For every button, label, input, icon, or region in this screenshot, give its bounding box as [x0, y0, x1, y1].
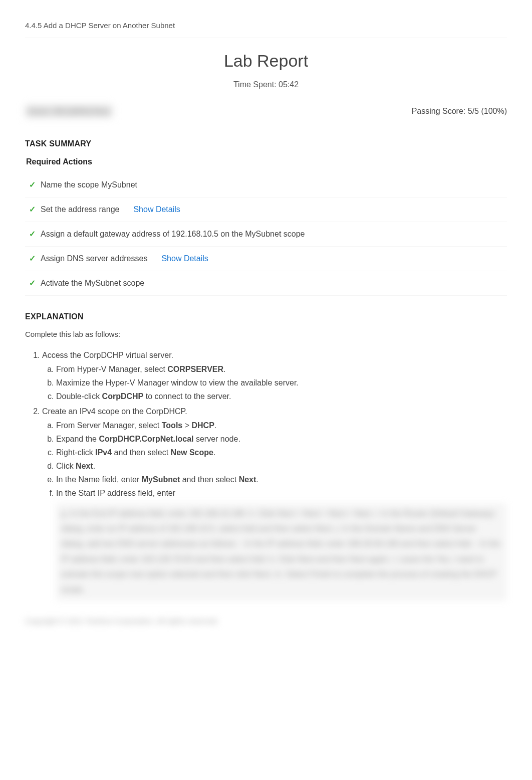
substep-text: Click [56, 462, 76, 470]
show-details-link[interactable]: Show Details [133, 204, 180, 216]
task-summary-header: TASK SUMMARY [25, 138, 507, 150]
explanation-steps: Access the CorpDCHP virtual server. From… [25, 349, 507, 601]
substep-text: server node. [193, 435, 240, 443]
bold-term: IPv4 [95, 448, 112, 457]
substep-text: > [182, 421, 191, 430]
page-title: Lab Report [25, 48, 507, 74]
footer-blurred: Copyright © 2021 TestOut Corporation. Al… [25, 616, 507, 627]
task-row: ✓ Set the address range Show Details [25, 198, 507, 222]
explanation-header: EXPLANATION [25, 311, 507, 323]
substep: Maximize the Hyper-V Manager window to v… [56, 377, 507, 389]
score-blurred: Score: 5/5 (100%) Pass [25, 105, 113, 118]
task-row: ✓ Name the scope MySubnet [25, 173, 507, 198]
substep-text: . [223, 365, 225, 373]
task-text: Set the address range [41, 204, 119, 216]
substep: Click Next. [56, 460, 507, 472]
substep-text: In the Name field, enter [56, 475, 142, 484]
check-icon: ✓ [29, 255, 36, 263]
step-2-title: Create an IPv4 scope on the CorpDHCP. [42, 407, 187, 416]
step-2-substeps: From Server Manager, select Tools > DHCP… [42, 420, 507, 499]
substep-text: In the Start IP address field, enter [56, 489, 175, 497]
substep: Right-click IPv4 and then select New Sco… [56, 447, 507, 459]
show-details-link[interactable]: Show Details [161, 253, 208, 265]
check-icon: ✓ [29, 206, 36, 214]
task-list: ✓ Name the scope MySubnet ✓ Set the addr… [25, 173, 507, 296]
task-row: ✓ Assign DNS server addresses Show Detai… [25, 247, 507, 271]
task-row: ✓ Assign a default gateway address of 19… [25, 222, 507, 247]
passing-score: Passing Score: 5/5 (100%) [412, 105, 507, 117]
task-text: Activate the MySubnet scope [41, 277, 144, 289]
task-text: Assign a default gateway address of 192.… [41, 228, 305, 240]
bold-term: CorpDCHP [102, 392, 144, 401]
substep-text: . [213, 448, 215, 457]
substep: From Server Manager, select Tools > DHCP… [56, 420, 507, 432]
time-spent: Time Spent: 05:42 [25, 79, 507, 91]
substep-text: and then select [180, 475, 238, 484]
bold-term: CORPSERVER [167, 365, 223, 373]
check-icon: ✓ [29, 279, 36, 287]
substep: In the Start IP address field, enter [56, 487, 507, 499]
substep: From Hyper-V Manager, select CORPSERVER. [56, 363, 507, 375]
bold-term: New Scope [171, 448, 213, 457]
breadcrumb: 4.4.5 Add a DHCP Server on Another Subne… [25, 20, 507, 38]
substep-text: From Server Manager, select [56, 421, 162, 430]
explanation-intro: Complete this lab as follows: [25, 329, 507, 340]
substep-text: and then select [112, 448, 170, 457]
substep-text: Right-click [56, 448, 95, 457]
substep-text: Expand the [56, 435, 99, 443]
substep: Double-click CorpDCHP to connect to the … [56, 391, 507, 403]
bold-term: CorpDHCP.CorpNet.local [99, 435, 193, 443]
task-text: Assign DNS server addresses [41, 253, 147, 265]
substep: In the Name field, enter MySubnet and th… [56, 474, 507, 486]
bold-term: Next [76, 462, 93, 470]
substep-text: . [256, 475, 258, 484]
substep: Expand the CorpDHCP.CorpNet.local server… [56, 433, 507, 445]
substep-text: . [93, 462, 95, 470]
step-1: Access the CorpDCHP virtual server. From… [42, 349, 507, 403]
substep-text: . [214, 421, 216, 430]
substep-text: From Hyper-V Manager, select [56, 365, 167, 373]
task-text: Name the scope MySubnet [41, 179, 137, 191]
blurred-steps: g. In the End IP address field, enter 19… [56, 503, 507, 601]
bold-term: Next [239, 475, 256, 484]
step-2: Create an IPv4 scope on the CorpDHCP. Fr… [42, 406, 507, 601]
check-icon: ✓ [29, 230, 36, 238]
required-actions-header: Required Actions [25, 156, 507, 168]
check-icon: ✓ [29, 181, 36, 189]
task-row: ✓ Activate the MySubnet scope [25, 271, 507, 296]
score-row: Score: 5/5 (100%) Pass Passing Score: 5/… [25, 105, 507, 118]
step-1-title: Access the CorpDCHP virtual server. [42, 351, 173, 359]
substep-text: Double-click [56, 392, 102, 401]
substep-text: to connect to the server. [143, 392, 231, 401]
bold-term: DHCP [191, 421, 214, 430]
step-1-substeps: From Hyper-V Manager, select CORPSERVER.… [42, 363, 507, 403]
bold-term: Tools [162, 421, 182, 430]
bold-term: MySubnet [142, 475, 180, 484]
